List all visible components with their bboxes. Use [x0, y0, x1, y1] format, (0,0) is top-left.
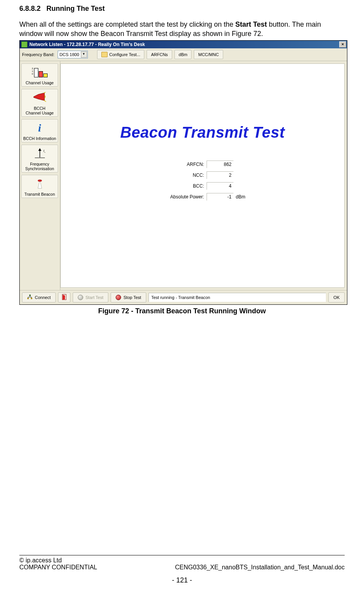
arfcns-button[interactable]: ARFCNs [147, 50, 172, 59]
arfcn-value: 862 [207, 161, 234, 168]
svg-marker-0 [34, 93, 44, 101]
svg-text:s: s [44, 151, 45, 153]
dbm-button[interactable]: dBm [174, 50, 192, 59]
sidebar-item-label: Frequency Synchronisation [25, 162, 54, 171]
sidebar-item-channel-usage[interactable]: 210 Channel Usage [21, 63, 58, 87]
freq-band-value: DCS 1800 [60, 52, 79, 57]
sidebar-item-label: Transmit Beacon [24, 192, 55, 196]
bcc-value: 4 [207, 182, 234, 190]
page-footer: © ip.access Ltd COMPANY CONFIDENTIAL CEN… [19, 555, 345, 584]
folder-icon [101, 52, 108, 57]
status-text: Test running - Transmit Beacon [149, 293, 326, 302]
svg-rect-11 [27, 298, 29, 299]
connect-button[interactable]: Connect [22, 292, 56, 302]
chevron-down-icon: ▼ [81, 51, 87, 58]
sidebar-item-bcch-information[interactable]: i BCCH Information [21, 119, 58, 142]
window-titlebar: Network Listen - 172.28.17.77 - Really O… [20, 41, 347, 48]
door-button[interactable] [58, 292, 70, 302]
dot-icon [78, 295, 83, 300]
arfcn-label: ARFCN: [158, 162, 207, 167]
svg-marker-8 [38, 181, 42, 188]
svg-rect-12 [31, 298, 32, 299]
ncc-value: 2 [207, 171, 234, 179]
ok-button[interactable]: OK [328, 292, 345, 302]
bcc-label: BCC: [158, 183, 207, 189]
sidebar-item-freq-sync[interactable]: fs Frequency Synchronisation [21, 145, 58, 173]
abs-power-value: -1 [207, 193, 234, 201]
network-icon [27, 294, 32, 301]
beacon-icon [32, 177, 48, 191]
bold-start-test: Start Test [235, 20, 267, 28]
info-icon: i [38, 123, 41, 133]
bar-chart-icon: 210 [34, 67, 46, 77]
mccmnc-button[interactable]: MCC/MNC [194, 50, 223, 59]
figure-caption: Figure 72 - Transmit Beacon Test Running… [19, 307, 345, 315]
svg-line-2 [44, 100, 46, 102]
main-panel: Beacon Transmit Test ARFCN: 862 NCC: 2 B… [60, 63, 345, 288]
page-number: - 121 - [19, 576, 345, 584]
sidebar-item-label: BCCH Channel Usage [26, 106, 53, 115]
footer-confidential: COMPANY CONFIDENTIAL [19, 564, 97, 571]
app-window: Network Listen - 172.28.17.77 - Really O… [19, 40, 347, 305]
svg-point-9 [38, 180, 42, 181]
main-title: Beacon Transmit Test [61, 124, 344, 141]
stop-test-button[interactable]: Stop Test [111, 292, 146, 302]
window-title: Network Listen - 172.28.17.77 - Really O… [29, 42, 145, 47]
sidebar: 210 Channel Usage BCCH Channel Usage i B… [20, 61, 60, 290]
body-paragraph: When all of the settings are completed s… [19, 20, 345, 39]
status-bar: Connect Start Test Stop Test Test runnin… [20, 290, 347, 304]
svg-line-1 [44, 92, 46, 93]
app-icon [21, 41, 27, 48]
start-test-button: Start Test [73, 292, 108, 302]
abs-power-unit: dBm [234, 194, 248, 200]
close-icon[interactable]: × [339, 41, 346, 48]
footer-docname: CENG0336_XE_nanoBTS_Installation_and_Tes… [175, 564, 345, 571]
freq-band-label: Frequency Band: [22, 52, 55, 57]
abs-power-label: Absolute Power: [158, 194, 207, 200]
section-heading: 6.8.8.2 Running The Test [19, 5, 345, 13]
section-number: 6.8.8.2 [19, 5, 41, 12]
sidebar-item-label: Channel Usage [26, 80, 53, 85]
sidebar-item-label: BCCH Information [23, 136, 56, 141]
svg-marker-18 [63, 295, 65, 300]
door-icon [62, 294, 67, 301]
beacon-params: ARFCN: 862 NCC: 2 BCC: 4 [61, 161, 344, 201]
footer-copyright: © ip.access Ltd [19, 557, 62, 564]
dot-icon [116, 295, 121, 300]
sidebar-item-transmit-beacon[interactable]: Transmit Beacon [21, 175, 58, 198]
ncc-label: NCC: [158, 173, 207, 178]
section-title: Running The Test [46, 5, 105, 12]
toolbar: Frequency Band: DCS 1800 ▼ Configure Tes… [20, 48, 347, 61]
freq-band-select[interactable]: DCS 1800 ▼ [58, 51, 88, 58]
freq-sync-icon: fs [32, 147, 48, 161]
megaphone-icon [32, 91, 48, 105]
configure-test-button[interactable]: Configure Test... [97, 50, 145, 59]
svg-rect-10 [29, 295, 31, 296]
svg-marker-4 [38, 148, 41, 151]
sidebar-item-bcch-channel-usage[interactable]: BCCH Channel Usage [21, 89, 58, 117]
